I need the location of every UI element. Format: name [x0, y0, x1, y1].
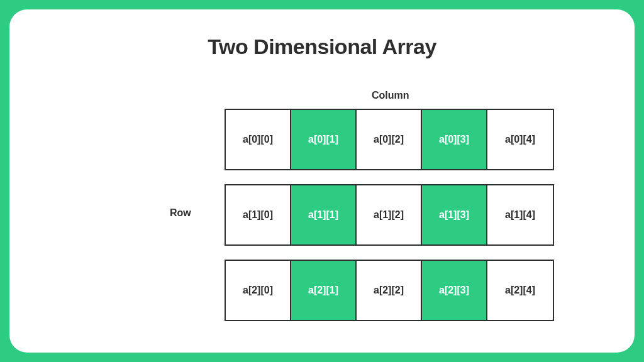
array-cell: a[1][1] — [291, 185, 357, 244]
array-cell: a[2][4] — [487, 261, 553, 320]
array-cell: a[1][0] — [226, 185, 291, 244]
row-label: Row — [170, 207, 191, 219]
array-cell: a[1][3] — [422, 185, 487, 244]
array-cell: a[0][0] — [226, 110, 291, 169]
array-cell: a[1][4] — [487, 185, 553, 244]
column-label: Column — [372, 90, 409, 101]
diagram-title: Two Dimensional Array — [41, 35, 603, 59]
array-cell: a[0][2] — [357, 110, 422, 169]
array-row: a[1][0] a[1][1] a[1][2] a[1][3] a[1][4] — [225, 184, 554, 246]
diagram-frame: Two Dimensional Array Column Row a[0][0]… — [9, 9, 635, 353]
array-cell: a[0][4] — [487, 110, 553, 169]
array-cell: a[2][2] — [357, 261, 422, 320]
array-grid: a[0][0] a[0][1] a[0][2] a[0][3] a[0][4] … — [225, 109, 554, 321]
array-row: a[0][0] a[0][1] a[0][2] a[0][3] a[0][4] — [225, 109, 554, 170]
array-cell: a[2][3] — [422, 261, 487, 320]
array-cell: a[0][3] — [422, 110, 487, 169]
array-cell: a[0][1] — [291, 110, 357, 169]
array-row: a[2][0] a[2][1] a[2][2] a[2][3] a[2][4] — [225, 260, 554, 321]
array-cell: a[2][0] — [226, 261, 291, 320]
array-cell: a[1][2] — [357, 185, 422, 244]
array-cell: a[2][1] — [291, 261, 357, 320]
